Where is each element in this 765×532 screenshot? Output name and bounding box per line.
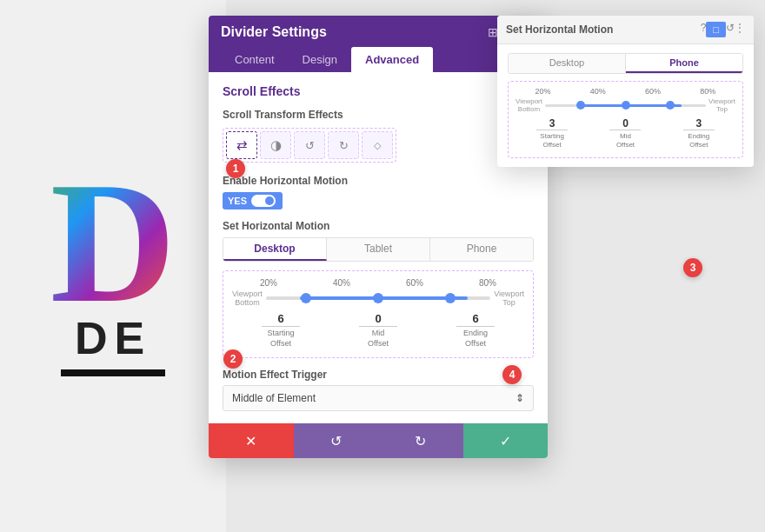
offsets-row: 6 StartingOffset 0 MidOffset 6 EndingOff… [232,312,524,349]
pr-vp-bottom: ViewportBottom [516,97,542,113]
panel-title: Divider Settings [221,24,327,40]
logo-letter: D [50,156,176,329]
pr-thumb-left[interactable] [576,101,585,110]
effect-btn-scale[interactable]: ◇ [362,131,393,159]
pr-pct-row: 20% 40% 60% 80% [516,87,735,96]
tab-advanced[interactable]: Advanced [351,47,433,72]
starting-offset-lbl: StartingOffset [262,329,300,349]
trigger-label: Motion Effect Trigger [223,369,534,381]
toggle-yes-text: YES [228,196,247,206]
pr-ending-val[interactable]: 3 [683,117,715,130]
viewport-bottom-label: ViewportBottom [232,289,263,307]
ph-device-tabs: ? □ ↺ ⋮ [701,22,745,37]
pr-thumb-mid[interactable] [622,101,630,110]
reset-button[interactable]: ↺ [294,423,379,458]
right-panel-title: Set Horizontal Motion [506,23,695,36]
pr-offset-mid: 0 MidOffset [609,117,641,150]
effect-btn-motion[interactable]: ⇄ [226,131,257,159]
pr-slider-area: 20% 40% 60% 80% ViewportBottom ViewportT… [508,81,743,158]
panel-title-row: Divider Settings ⊞ ▭ ⋮ [221,24,536,40]
right-panel: Set Horizontal Motion ? □ ↺ ⋮ Desktop Ph… [497,16,754,167]
cancel-button[interactable]: ✕ [209,423,294,458]
slider-thumb-mid[interactable] [373,293,383,303]
offset-ending: 6 EndingOffset [456,312,495,349]
device-tab-desktop[interactable]: Desktop [223,238,327,261]
annotation-badge-1: 1 [226,159,245,178]
effect-btn-rotate-ccw[interactable]: ↺ [294,131,325,159]
pr-tab-phone[interactable]: Phone [626,54,742,73]
annotation-badge-3: 3 [683,258,702,277]
device-tab-tablet[interactable]: Tablet [327,238,430,261]
pr-vp-top: ViewportTop [708,97,735,113]
effect-btn-opacity[interactable]: ◑ [260,131,291,159]
pr-device-tabs: Desktop Phone [508,53,743,74]
ph-reset-icon[interactable]: ↺ [726,22,735,37]
pr-offset-starting: 3 StartingOffset [536,117,568,150]
pr-mid-val[interactable]: 0 [609,117,641,130]
ending-offset-val[interactable]: 6 [456,312,495,327]
trigger-select[interactable]: Middle of Element ⇕ [223,385,534,411]
slider-fill [300,296,469,300]
pr-mid-lbl: MidOffset [609,132,641,150]
slider-track-row: ViewportBottom ViewportTop [232,289,524,307]
section-title: Scroll Effects [223,84,300,98]
trigger-arrow-icon: ⇕ [516,392,524,404]
trigger-value: Middle of Element [232,392,316,404]
ph-question-icon[interactable]: ? [701,22,707,37]
pr-offsets-row: 3 StartingOffset 0 MidOffset 3 EndingOff… [516,117,735,150]
tabs: Content Design Advanced [221,47,536,72]
save-button[interactable]: ✓ [463,423,549,458]
tab-design[interactable]: Design [289,47,351,72]
slider-thumb-right[interactable] [445,293,456,303]
annotation-badge-4: 4 [502,365,522,384]
offset-mid: 0 MidOffset [359,312,397,349]
offset-starting: 6 StartingOffset [262,312,300,349]
mid-offset-lbl: MidOffset [359,329,397,349]
slider-thumb-left[interactable] [301,293,311,303]
toggle-pill [251,195,276,207]
bottom-toolbar: ✕ ↺ ↻ ✓ [209,423,548,458]
device-tab-phone[interactable]: Phone [430,238,533,261]
redo-button[interactable]: ↻ [378,423,463,458]
ending-offset-lbl: EndingOffset [456,329,495,349]
effect-btn-rotate-cw[interactable]: ↻ [328,131,359,159]
annotation-badge-2: 2 [223,349,243,369]
tab-content[interactable]: Content [221,47,289,72]
section-header: Scroll Effects ∧ ⋮ [223,84,534,98]
effects-dashed-group: ⇄ ◑ ↺ ↻ ◇ [223,128,396,163]
set-horizontal-label: Set Horizontal Motion [223,220,534,232]
slider-track[interactable] [266,296,490,300]
ph-device-desktop[interactable]: □ [706,22,726,37]
pr-tab-desktop[interactable]: Desktop [509,54,626,73]
right-panel-header: Set Horizontal Motion ? □ ↺ ⋮ [497,16,754,44]
background-logo: D DE [0,0,226,532]
enable-toggle[interactable]: YES [223,192,283,209]
effects-label: Scroll Transform Effects [223,109,534,121]
pr-track[interactable] [545,104,706,107]
pr-starting-lbl: StartingOffset [536,132,568,150]
mid-offset-val[interactable]: 0 [359,312,397,327]
starting-offset-val[interactable]: 6 [262,312,300,327]
slider-area: 20% 40% 60% 80% ViewportBottom ViewportT… [223,270,534,358]
pr-offset-ending: 3 EndingOffset [683,117,715,150]
logo-text: DE [75,312,151,364]
pr-starting-val[interactable]: 3 [536,117,568,130]
pr-slider-track-row: ViewportBottom ViewportTop [516,97,735,113]
logo-bar [61,369,165,376]
effects-row: ⇄ ◑ ↺ ↻ ◇ [223,128,534,163]
viewport-top-label: ViewportTop [494,289,524,307]
pr-ending-lbl: EndingOffset [683,132,715,150]
device-tabs: Desktop Tablet Phone [223,237,534,262]
enable-horizontal-label: Enable Horizontal Motion [223,175,534,187]
enable-horizontal-row: Enable Horizontal Motion YES [223,175,534,209]
right-panel-body: Desktop Phone 20% 40% 60% 80% ViewportBo… [497,44,754,167]
ph-more-icon[interactable]: ⋮ [735,22,745,37]
slider-pct-row: 20% 40% 60% 80% [232,278,524,288]
pr-thumb-right[interactable] [666,101,675,110]
